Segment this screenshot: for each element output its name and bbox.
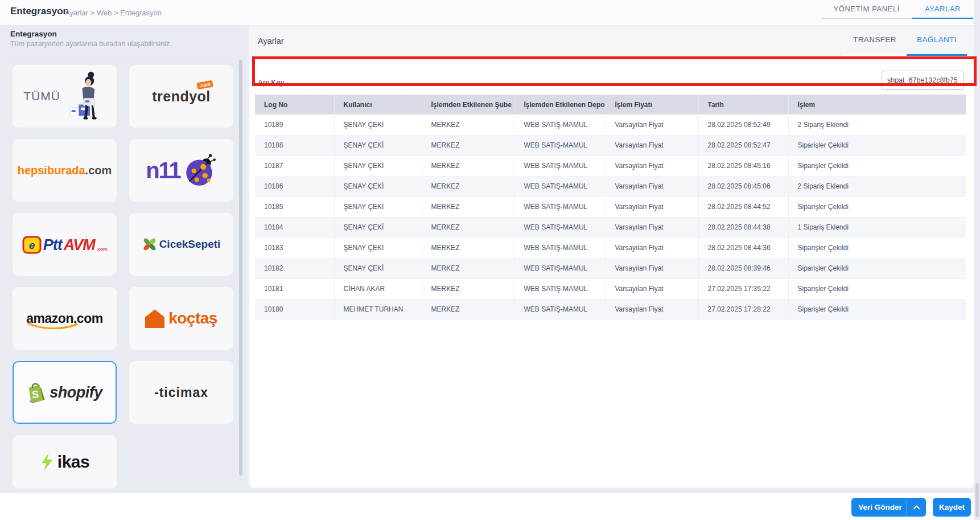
panel-tabs: TRANSFER BAĞLANTI — [843, 26, 967, 56]
page-title: Entegrasyon — [10, 6, 69, 17]
chevron-up-icon — [913, 505, 920, 509]
table-cell: 2 Sipariş Eklendi — [788, 114, 966, 135]
row-separator — [255, 89, 965, 89]
table-cell: Siparişler Çekildi — [788, 279, 966, 299]
shopify-logo-text: shopify — [50, 384, 102, 402]
hepsiburada-logo-text: hepsiburada — [18, 164, 85, 177]
table-cell: 10186 — [255, 176, 334, 196]
tile-ciceksepeti[interactable]: CicekSepeti — [129, 213, 233, 276]
table-row: 10183ŞENAY ÇEKİMERKEZWEB SATIŞ-MAMULVars… — [255, 238, 966, 258]
table-row: 10180MEHMET TURHANMERKEZWEB SATIŞ-MAMULV… — [255, 299, 966, 320]
pttavm-bag-icon: e — [22, 235, 42, 254]
table-cell: MERKEZ — [422, 258, 514, 279]
send-options-toggle[interactable] — [907, 505, 926, 509]
trendyol-com-badge: .com — [196, 80, 213, 89]
table-cell: Siparişler Çekildi — [788, 258, 966, 279]
table-cell: 27.02.2025 17:35:22 — [698, 279, 788, 299]
table-cell: 10183 — [255, 238, 334, 258]
ikas-logo: ikas — [40, 452, 89, 472]
table-cell: WEB SATIŞ-MAMUL — [514, 135, 606, 155]
svg-text:S: S — [32, 388, 39, 400]
table-cell: MERKEZ — [422, 238, 514, 258]
table-cell: ŞENAY ÇEKİ — [334, 135, 422, 155]
table-cell: 28.02.2025 08:52:49 — [698, 114, 788, 135]
table-cell: WEB SATIŞ-MAMUL — [514, 114, 606, 135]
pttavm-com-suffix: .com — [97, 247, 108, 254]
trendyol-logo-text: trendyol — [152, 88, 211, 104]
table-row: 10188ŞENAY ÇEKİMERKEZWEB SATIŞ-MAMULVars… — [255, 135, 966, 155]
nav-yonetim-paneli[interactable]: YÖNETİM PANELİ — [821, 0, 913, 19]
send-data-label: Veri Gönder — [851, 503, 907, 511]
table-cell: WEB SATIŞ-MAMUL — [514, 155, 606, 176]
table-cell: Siparişler Çekildi — [788, 238, 966, 258]
table-cell: WEB SATIŞ-MAMUL — [514, 299, 606, 320]
table-cell: Varsayılan Fiyat — [606, 155, 698, 176]
table-cell: ŞENAY ÇEKİ — [334, 114, 422, 135]
table-cell: 28.02.2025 08:45:16 — [698, 155, 788, 176]
save-button[interactable]: Kaydet — [933, 498, 971, 517]
top-nav: YÖNETİM PANELİ AYARLAR — [821, 0, 973, 19]
table-cell: WEB SATIŞ-MAMUL — [514, 279, 606, 299]
tile-koctas[interactable]: koçtaş — [129, 287, 233, 350]
table-cell: 10187 — [255, 155, 334, 176]
tile-pttavm[interactable]: e PttAVM .com — [13, 213, 117, 276]
table-cell: MERKEZ — [422, 135, 514, 155]
send-data-button[interactable]: Veri Gönder — [851, 498, 926, 517]
tile-n11[interactable]: n11 — [129, 139, 233, 202]
hepsiburada-logo: hepsiburada.com — [18, 164, 112, 177]
page-scrollbar-thumb[interactable] — [975, 483, 979, 517]
table-cell: 10180 — [255, 299, 334, 320]
table-column-header: İşlem — [788, 95, 966, 114]
table-column-header: Tarih — [698, 95, 788, 114]
tile-hepsiburada[interactable]: hepsiburada.com — [13, 139, 117, 202]
table-cell: 28.02.2025 08:39:46 — [698, 258, 788, 279]
table-cell: WEB SATIŞ-MAMUL — [514, 258, 606, 279]
table-cell: Varsayılan Fiyat — [606, 176, 698, 196]
table-cell: ŞENAY ÇEKİ — [334, 258, 422, 279]
table-cell: 28.02.2025 08:45:06 — [698, 176, 788, 196]
table-cell: 1 Sipariş Eklendi — [788, 217, 966, 238]
table-cell: 10181 — [255, 279, 334, 299]
sidebar: Entegrasyon Tüm pazaryerleri ayarlarına … — [0, 25, 245, 493]
amazon-logo: amazon.com — [26, 311, 102, 326]
n11-logo-text: n11 — [146, 158, 180, 183]
table-row: 10184ŞENAY ÇEKİMERKEZWEB SATIŞ-MAMULVars… — [255, 217, 966, 238]
tile-tumu[interactable]: TÜMÜ — [13, 65, 117, 128]
tumu-logo: TÜMÜ — [23, 70, 106, 122]
koctas-logo: koçtaş — [145, 309, 217, 328]
tile-trendyol[interactable]: .com trendyol — [129, 65, 233, 128]
table-cell: ŞENAY ÇEKİ — [334, 217, 422, 238]
tile-ikas[interactable]: ikas — [13, 435, 117, 489]
tile-ticimax[interactable]: ticimax — [129, 361, 233, 424]
tab-baglanti[interactable]: BAĞLANTI — [907, 26, 967, 56]
shopify-bag-icon: S — [27, 382, 46, 403]
table-cell: Siparişler Çekildi — [788, 196, 966, 217]
table-cell: Siparişler Çekildi — [788, 135, 966, 155]
tumu-label: TÜMÜ — [23, 89, 60, 103]
table-cell: Varsayılan Fiyat — [606, 114, 698, 135]
table-cell: 10182 — [255, 258, 334, 279]
ciceksepeti-flower-icon — [142, 237, 157, 252]
table-cell: ŞENAY ÇEKİ — [334, 176, 422, 196]
table-cell: 27.02.2025 17:28:22 — [698, 299, 788, 320]
koctas-logo-text: koçtaş — [168, 309, 217, 327]
table-cell: Siparişler Çekildi — [788, 155, 966, 176]
tile-amazon[interactable]: amazon.com — [13, 287, 117, 350]
pttavm-ptt-text: Ptt — [43, 236, 62, 254]
sidebar-scrollbar[interactable] — [239, 60, 242, 476]
amazon-smile-icon — [27, 322, 80, 331]
api-key-input[interactable] — [882, 71, 963, 90]
pttavm-logo: e PttAVM .com — [22, 235, 108, 254]
sidebar-title: Entegrasyon — [10, 30, 57, 38]
panel-header: Ayarlar TRANSFER BAĞLANTI — [249, 26, 974, 56]
page-scrollbar[interactable] — [974, 0, 980, 520]
table-cell: 28.02.2025 08:44:52 — [698, 196, 788, 217]
table-cell: ŞENAY ÇEKİ — [334, 196, 422, 217]
table-row: 10185ŞENAY ÇEKİMERKEZWEB SATIŞ-MAMULVars… — [255, 196, 966, 217]
tile-shopify[interactable]: S shopify — [13, 361, 117, 424]
ticimax-logo-text: ticimax — [154, 385, 208, 400]
tab-transfer[interactable]: TRANSFER — [843, 26, 907, 56]
nav-ayarlar[interactable]: AYARLAR — [912, 0, 973, 19]
trendyol-logo: .com trendyol — [152, 88, 211, 105]
table-cell: Varsayılan Fiyat — [606, 299, 698, 320]
